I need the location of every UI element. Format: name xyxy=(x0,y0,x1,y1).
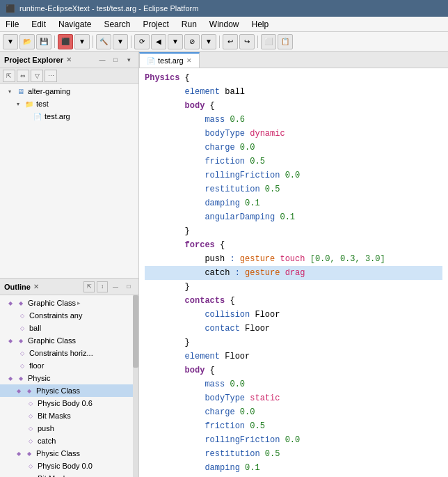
menu-run[interactable]: Run xyxy=(179,18,200,31)
code-indent xyxy=(145,308,205,321)
outline-item-physic-class-2[interactable]: ◆ ◆ Physic Class xyxy=(0,447,138,460)
view-menu-icon2[interactable]: ⋯ xyxy=(45,70,57,82)
outline-label: catch xyxy=(38,437,56,445)
editor-tab-test-arg[interactable]: 📄 test.arg ✕ xyxy=(139,52,200,68)
outline-close[interactable]: ✕ xyxy=(33,283,39,290)
toolbar-btn-12[interactable]: ▼ xyxy=(201,34,216,49)
maximize-icon[interactable]: □ xyxy=(110,54,121,65)
link-editor-icon[interactable]: ⇔ xyxy=(17,70,29,82)
diamond-icon: ◇ xyxy=(25,410,36,421)
keyword: mass xyxy=(205,378,225,391)
keyword: damping xyxy=(205,462,239,474)
toolbar-btn-13[interactable]: ↩ xyxy=(223,34,238,49)
menu-window[interactable]: Window xyxy=(207,18,242,31)
outline-item-physic-class-1[interactable]: ◆ ◆ Physic Class xyxy=(0,384,138,397)
toolbar-btn-14[interactable]: ↪ xyxy=(239,34,255,49)
code-indent xyxy=(145,336,185,349)
code-indent xyxy=(145,197,205,210)
outline-icon-4[interactable]: □ xyxy=(123,281,134,292)
code-indent xyxy=(145,267,205,279)
toolbar-btn-2[interactable]: 📂 xyxy=(19,34,35,49)
outline-item-ball[interactable]: ◇ ball xyxy=(0,322,138,334)
menu-navigate[interactable]: Navigate xyxy=(56,18,94,31)
brace: { xyxy=(205,364,214,377)
code-indent xyxy=(145,462,205,474)
code-line: charge 0.0 xyxy=(145,141,442,155)
outline-item-physic-body-06[interactable]: ◇ Physic Body 0.6 xyxy=(0,397,138,409)
outline-label: Physic Class xyxy=(36,386,80,395)
editor-content[interactable]: Physics { element ball body { mass 0.6 b… xyxy=(139,68,448,477)
value: static xyxy=(245,392,280,405)
code-line: forces { xyxy=(145,238,442,252)
menu-project[interactable]: Project xyxy=(140,18,171,31)
menu-help[interactable]: Help xyxy=(249,18,272,31)
outline-icon-3[interactable]: — xyxy=(110,281,121,292)
diamond-icon: ◇ xyxy=(25,398,36,409)
code-indent xyxy=(145,127,205,140)
outline-item-graphic-class-2[interactable]: ◆ ◆ Graphic Class xyxy=(0,334,138,347)
project-explorer-close[interactable]: ✕ xyxy=(66,56,72,63)
outline-scrollbar-thumb[interactable] xyxy=(133,295,138,368)
tree-item-test-arg[interactable]: 📄 test.arg xyxy=(0,110,138,123)
toolbar-btn-11[interactable]: ⊘ xyxy=(184,34,200,49)
toolbar-btn-10[interactable]: ▼ xyxy=(168,34,183,49)
tab-close-button[interactable]: ✕ xyxy=(186,57,192,64)
toolbar-btn-6[interactable]: 🔨 xyxy=(96,34,111,49)
toolbar-btn-1[interactable]: ▼ xyxy=(3,34,18,49)
menu-file[interactable]: File xyxy=(3,18,22,31)
collapse-all-icon[interactable]: ⇱ xyxy=(3,70,15,82)
menu-search[interactable]: Search xyxy=(101,18,133,31)
outline-scrollbar[interactable] xyxy=(133,295,138,477)
outline-item-catch[interactable]: ◇ catch xyxy=(0,435,138,447)
toolbar-btn-15[interactable]: ⬜ xyxy=(261,34,276,49)
value: Floor xyxy=(250,308,280,321)
code-line-highlighted: catch : gesture drag xyxy=(145,266,442,280)
code-line: friction 0.5 xyxy=(145,155,442,169)
view-menu-icon[interactable]: ▾ xyxy=(123,54,134,65)
tree-item-alter-gaming[interactable]: ▾ 🖥 alter-gaming xyxy=(0,85,138,97)
filter-icon[interactable]: ▽ xyxy=(31,70,43,82)
brace: } xyxy=(185,281,190,293)
toolbar-sep-1 xyxy=(54,36,55,48)
toolbar-btn-3[interactable]: 💾 xyxy=(36,34,51,49)
brace: { xyxy=(215,239,225,251)
toolbar-btn-4[interactable]: ⬛ xyxy=(58,34,73,49)
keyword: bodyType xyxy=(205,392,245,405)
toolbar-btn-8[interactable]: ⟳ xyxy=(134,34,150,49)
outline-header: Outline ✕ ⇱ ↕ — □ xyxy=(0,279,138,295)
outline-item-push[interactable]: ◇ push xyxy=(0,422,138,435)
code-indent xyxy=(145,448,205,460)
menu-edit[interactable]: Edit xyxy=(29,18,49,31)
code-text: catch xyxy=(205,267,234,279)
code-line: element Floor xyxy=(145,350,442,363)
outline-icon-1[interactable]: ⇱ xyxy=(83,281,95,292)
toolbar-btn-5[interactable]: ▼ xyxy=(74,34,90,49)
outline-item-graphic-class-1[interactable]: ◆ ◆ Graphic Class ▸ xyxy=(0,297,138,309)
outline-item-bit-masks-1[interactable]: ◇ Bit Masks xyxy=(0,409,138,422)
tree-item-test[interactable]: ▾ 📁 test xyxy=(0,97,138,110)
separator: : xyxy=(235,267,245,279)
keyword: forces xyxy=(185,239,215,251)
outline-icon-2[interactable]: ↕ xyxy=(97,281,108,292)
outline-label: Bit Masks xyxy=(38,412,71,420)
outline-label: Graphic Class xyxy=(28,336,76,345)
outline-item-constraints-horiz[interactable]: ◇ Constraints horiz... xyxy=(0,347,138,359)
outline-item-physic[interactable]: ◆ ◆ Physic xyxy=(0,372,138,384)
keyword: charge xyxy=(205,406,234,419)
toolbar-btn-7[interactable]: ▼ xyxy=(113,34,128,49)
outline-item-bit-masks-2[interactable]: ◇ Bit Masks xyxy=(0,472,138,477)
toolbar-btn-16[interactable]: 📋 xyxy=(278,34,293,49)
toolbar-btn-9[interactable]: ◀ xyxy=(151,34,166,49)
diamond-icon: ◇ xyxy=(25,460,36,471)
outline-item-floor[interactable]: ◇ floor xyxy=(0,359,138,372)
toolbar: ▼ 📂 💾 ⬛ ▼ 🔨 ▼ ⟳ ◀ ▼ ⊘ ▼ ↩ ↪ ⬜ 📋 xyxy=(0,32,448,52)
code-indent xyxy=(145,114,205,126)
outline-item-physic-body-00[interactable]: ◇ Physic Body 0.0 xyxy=(0,460,138,472)
outline-item-constraints-any[interactable]: ◇ Constraints any xyxy=(0,309,138,322)
value: 0.0 xyxy=(280,169,300,182)
outline-tree: ◆ ◆ Graphic Class ▸ ◇ Constraints any ◇ xyxy=(0,295,138,477)
code-line: rollingFriction 0.0 xyxy=(145,169,442,182)
value: dynamic xyxy=(245,127,285,140)
diamond-icon: ◇ xyxy=(17,322,28,334)
minimize-icon[interactable]: — xyxy=(97,54,108,65)
